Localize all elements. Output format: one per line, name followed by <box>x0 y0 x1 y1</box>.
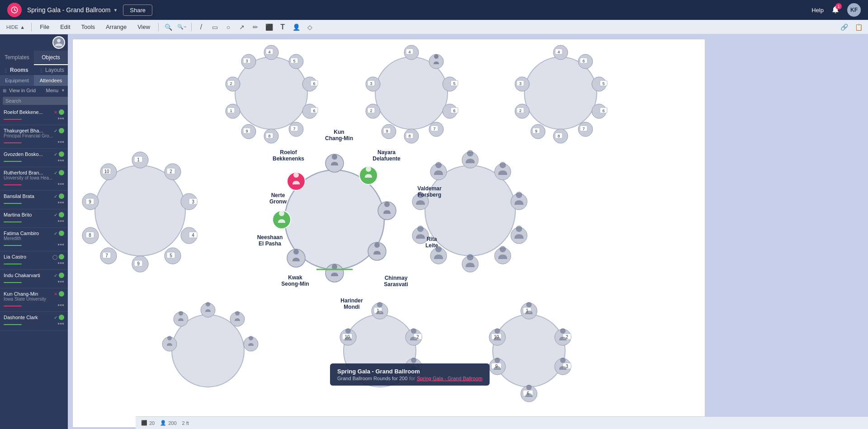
svg-text:9: 9 <box>245 129 248 133</box>
tooltip-link[interactable]: Spring Gala - Grand Ballroom <box>417 376 482 381</box>
tab-objects[interactable]: Objects <box>34 51 68 65</box>
list-item[interactable]: Dashonte Clark ✓ ••• <box>0 312 68 330</box>
arrow-tool[interactable]: ↗ <box>236 21 248 33</box>
text-tool[interactable]: T <box>277 21 288 33</box>
attendee-options-button[interactable]: ••• <box>57 302 64 309</box>
list-item[interactable]: Kun Chang-Min ✕ Iowa State University ••… <box>0 288 68 312</box>
svg-text:9: 9 <box>137 261 140 266</box>
canvas-area[interactable]: 4 5 6 3 2 1 9 <box>68 34 868 429</box>
separator3 <box>191 23 192 31</box>
app-logo[interactable] <box>7 3 22 17</box>
pen-tool[interactable]: / <box>195 21 207 33</box>
table-middle-right[interactable] <box>412 150 527 272</box>
table-icon: ⬛ <box>141 420 147 426</box>
svg-text:6: 6 <box>582 59 585 63</box>
tab-templates[interactable]: Templates <box>0 51 34 65</box>
label-kwak: Kwak <box>288 274 302 281</box>
attendee-options-button[interactable]: ••• <box>57 115 64 122</box>
attendee-options-button[interactable]: ••• <box>57 157 64 164</box>
rooms-section: ⋮ Rooms ⋮ Layouts <box>0 65 68 75</box>
table-middle-left[interactable]: 1 2 3 4 5 9 <box>82 152 197 272</box>
attendee-options-button[interactable]: ••• <box>57 199 64 206</box>
list-item[interactable]: Martina Brito ✓ ••• <box>0 209 68 228</box>
tab-attendees[interactable]: Attendees <box>34 75 68 86</box>
attendee-options-button[interactable]: ••• <box>57 241 64 248</box>
attendee-options-button[interactable]: ••• <box>57 278 64 285</box>
menu-tools[interactable]: Tools <box>77 22 99 32</box>
image-tool[interactable]: ⬛ <box>263 21 275 33</box>
label-rita: Rita <box>427 236 437 242</box>
list-item[interactable]: Indu Chakarvarti ✓ ••• <box>0 270 68 288</box>
status-check-icon: ✓ <box>54 273 57 278</box>
list-item[interactable]: Gvozden Bosko... ✓ ••• <box>0 149 68 167</box>
svg-text:7: 7 <box>293 127 295 131</box>
menu-arrange[interactable]: Arrange <box>101 22 131 32</box>
label-kun-chang-min: Kun <box>334 129 344 135</box>
list-item[interactable]: Bansilal Brata ✓ ••• <box>0 191 68 209</box>
table-bottom-left[interactable] <box>162 302 258 387</box>
shape-tool[interactable]: ◇ <box>304 21 316 33</box>
zoom-in-button[interactable]: 🔍 <box>162 21 174 33</box>
attendee-options-button[interactable]: ••• <box>57 320 64 327</box>
search-input[interactable] <box>3 97 68 105</box>
list-item[interactable]: Rutherford Bran... ✓ University of Iowa … <box>0 167 68 191</box>
export-button[interactable]: 📋 <box>853 21 864 33</box>
view-in-grid-button[interactable]: View in Grid <box>9 88 36 93</box>
menu-view[interactable]: View <box>133 22 155 32</box>
link-button[interactable]: 🔗 <box>838 21 850 33</box>
attendee-options-button[interactable]: ••• <box>57 259 64 267</box>
menu-file[interactable]: File <box>35 22 54 32</box>
attendee-menu-button[interactable]: Menu <box>46 88 59 93</box>
svg-text:5: 5 <box>602 81 604 86</box>
rectangle-tool[interactable]: ▭ <box>209 21 221 33</box>
attendee-color-bar <box>4 184 22 185</box>
attendee-color-bar <box>4 222 22 222</box>
share-button[interactable]: Share <box>123 5 152 16</box>
svg-text:8: 8 <box>408 134 410 138</box>
tab-equipment[interactable]: Equipment <box>0 75 34 86</box>
svg-point-160 <box>493 315 565 387</box>
zoom-out-button[interactable]: 🔍− <box>176 21 188 33</box>
statusbar: ⬛ 20 👤 200 2 ft <box>136 416 868 429</box>
layouts-label[interactable]: Layouts <box>45 67 64 73</box>
pencil-tool[interactable]: ✏ <box>250 21 261 33</box>
attendee-color-bar <box>4 264 22 264</box>
list-item[interactable]: Thakurgeet Bha... ✓ Principal Financial … <box>0 125 68 149</box>
attendee-options-button[interactable]: ••• <box>57 138 64 146</box>
attendee-color-bar <box>4 324 22 325</box>
tooltip-title: Spring Gala - Grand Ballroom <box>337 368 482 375</box>
project-title[interactable]: Spring Gala - Grand Ballroom ▼ <box>27 6 118 14</box>
list-item[interactable]: Roelof Bekkene... ✕ ••• <box>0 107 68 125</box>
hide-button[interactable]: HIDE ▲ <box>4 24 28 31</box>
table-bottom-right[interactable]: 2 3 1 10 9 6 <box>489 302 571 402</box>
user-avatar[interactable]: KF <box>847 3 861 17</box>
attendee-options-button[interactable]: ••• <box>57 217 64 225</box>
notifications-button[interactable]: 1 <box>831 5 840 15</box>
status-circle <box>59 315 64 320</box>
attendee-options-button[interactable]: ••• <box>57 180 64 188</box>
status-circle <box>59 231 64 236</box>
table-top-right[interactable]: 4 5 3 2 9 8 7 <box>515 45 607 143</box>
attendee-color-bar <box>4 161 22 162</box>
svg-text:8: 8 <box>268 134 270 138</box>
status-circle <box>59 254 64 259</box>
search-filter-row: Filter ▼ <box>0 95 68 107</box>
separator <box>31 23 32 31</box>
sidebar-user-avatar <box>52 36 65 49</box>
table-center-main[interactable] <box>273 154 396 282</box>
list-item[interactable]: Lia Castro ◯ ••• <box>0 251 68 270</box>
table-top-middle[interactable]: 4 5 3 2 9 8 7 <box>366 45 458 143</box>
circle-tool[interactable]: ○ <box>222 21 234 33</box>
attendee-color-bar <box>4 282 22 283</box>
table-top-left[interactable]: 4 5 6 3 2 1 9 <box>226 45 318 143</box>
menu-edit[interactable]: Edit <box>56 22 75 32</box>
person-tool[interactable]: 👤 <box>290 21 302 33</box>
rooms-label: Rooms <box>10 67 37 73</box>
svg-text:4: 4 <box>557 50 560 54</box>
label-kun-chang-min2: Chang-Min <box>325 135 353 141</box>
attendee-color-bar <box>4 245 22 246</box>
help-link[interactable]: Help <box>811 7 824 14</box>
svg-text:7: 7 <box>105 253 108 258</box>
list-item[interactable]: Fatima Cambiro ✓ Meredith ••• <box>0 228 68 251</box>
svg-text:5: 5 <box>170 253 172 258</box>
